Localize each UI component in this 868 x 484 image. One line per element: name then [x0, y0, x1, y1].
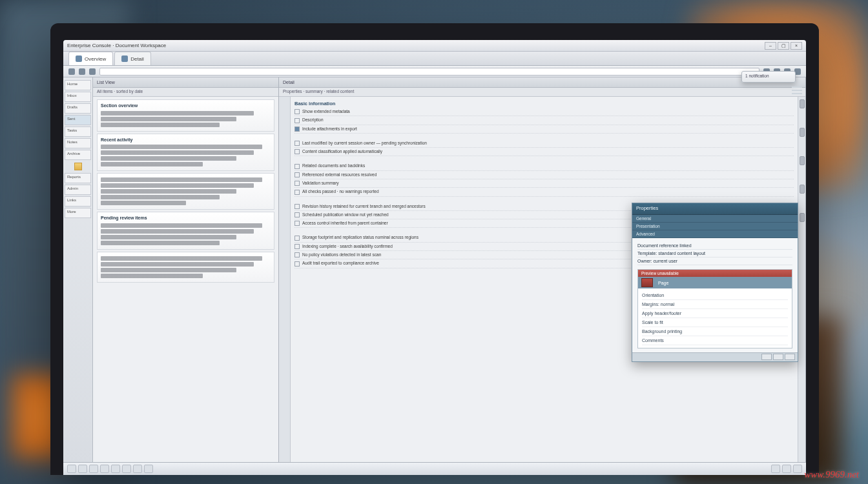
list-block[interactable] [97, 252, 274, 283]
detail-item[interactable]: Description [294, 116, 794, 125]
sidebar-item[interactable]: Reports [65, 173, 91, 183]
taskbar-start-button[interactable] [67, 465, 76, 473]
detail-item[interactable]: All checks passed · no warnings reported [294, 188, 794, 196]
forward-icon[interactable] [79, 68, 85, 75]
window-titlebar[interactable]: Enterprise Console · Document Workspace … [63, 40, 806, 52]
sidebar-item[interactable]: Notes [65, 138, 91, 148]
window-maximize-button[interactable]: ▢ [778, 42, 789, 50]
list-body[interactable]: Section overviewRecent activityPending r… [93, 97, 278, 475]
text-line [101, 195, 220, 199]
checkbox-icon[interactable] [294, 261, 300, 267]
panel-option[interactable]: Background printing [642, 327, 788, 336]
sidebar-item[interactable]: Home [65, 80, 91, 90]
watermark: www.9969.net [804, 469, 859, 480]
text-line [101, 268, 236, 272]
checkbox-icon[interactable] [294, 141, 300, 146]
panel-option[interactable]: Apply header/footer [642, 309, 788, 318]
panel-footer-button[interactable] [773, 354, 783, 360]
list-block[interactable]: Section overview [97, 99, 274, 132]
sidebar-item[interactable]: Links [65, 196, 91, 207]
checkbox-icon[interactable] [294, 212, 300, 217]
list-block[interactable]: Pending review items [97, 212, 274, 250]
panel-option[interactable]: Orientation [642, 291, 788, 300]
taskbar-app-button[interactable] [122, 465, 131, 473]
sidebar-item[interactable]: Drafts [65, 103, 91, 114]
panel-option[interactable]: Comments [642, 336, 788, 345]
refresh-icon[interactable] [89, 68, 96, 75]
list-block[interactable]: Recent activity [97, 134, 274, 172]
panel-inset-body: OrientationMargins: normalApply header/f… [638, 288, 792, 348]
detail-item[interactable]: Include attachments in export [294, 125, 794, 134]
checkbox-icon[interactable] [294, 149, 300, 154]
checkbox-icon[interactable] [294, 126, 300, 132]
checkbox-icon[interactable] [294, 172, 300, 177]
scroll-thumb[interactable] [800, 99, 805, 108]
text-line [101, 150, 254, 155]
taskbar-app-button[interactable] [78, 465, 87, 473]
window-minimize-button[interactable]: – [765, 42, 776, 50]
panel-subnav-item[interactable]: Advanced [632, 230, 798, 238]
taskbar-tray-button[interactable] [782, 465, 791, 473]
taskbar-app-button[interactable] [133, 465, 142, 473]
detail-item[interactable]: Content classification applied automatic… [294, 148, 794, 156]
address-field[interactable] [99, 68, 760, 76]
back-icon[interactable] [68, 68, 75, 75]
scroll-marker[interactable] [800, 156, 805, 165]
scroll-marker[interactable] [800, 185, 805, 194]
tab-label: Overview [85, 56, 106, 62]
checkbox-icon[interactable] [294, 181, 300, 186]
checkbox-icon[interactable] [294, 109, 300, 114]
folder-icon[interactable] [74, 163, 82, 170]
checkbox-icon[interactable] [294, 244, 300, 249]
window-close-button[interactable]: × [790, 42, 802, 50]
taskbar-tray-button[interactable] [771, 465, 780, 473]
panel-inset: Preview unavailable Page OrientationMarg… [637, 269, 792, 348]
checkbox-icon[interactable] [294, 252, 300, 257]
detail-item[interactable]: Referenced external resources resolved [294, 171, 794, 179]
panel-option[interactable]: Margins: normal [642, 300, 788, 309]
checkbox-icon[interactable] [294, 221, 300, 226]
sidebar-item[interactable]: More [65, 208, 91, 218]
desktop-screen: Enterprise Console · Document Workspace … [63, 40, 806, 475]
detail-item[interactable]: Related documents and backlinks [294, 162, 794, 170]
taskbar [63, 462, 806, 475]
text-line [101, 262, 254, 267]
sidebar-item[interactable]: Sent [65, 115, 91, 125]
scroll-marker[interactable] [800, 128, 805, 137]
scrollbar-vertical[interactable] [798, 97, 805, 475]
detail-item-text: Referenced external resources resolved [302, 172, 377, 177]
block-heading: Pending review items [101, 215, 271, 222]
taskbar-tray-button[interactable] [793, 465, 802, 473]
detail-item[interactable]: Last modified by current session owner —… [294, 139, 794, 148]
checkbox-icon[interactable] [294, 164, 300, 169]
taskbar-app-button[interactable] [111, 465, 120, 473]
detail-item[interactable]: Validation summary [294, 179, 794, 188]
scroll-marker[interactable] [800, 213, 805, 222]
list-block[interactable] [97, 173, 274, 210]
sidebar-item[interactable]: Admin [65, 185, 91, 195]
panel-subnav-item[interactable]: Presentation [632, 223, 798, 230]
tab-overview[interactable]: Overview [68, 52, 113, 65]
notification-chip[interactable]: 1 notification [741, 71, 796, 83]
panel-footer-button[interactable] [785, 354, 795, 360]
panel-option[interactable]: Scale to fit [642, 318, 788, 327]
panel-subnav-item[interactable]: General [632, 215, 798, 223]
taskbar-app-button[interactable] [89, 465, 98, 473]
checkbox-icon[interactable] [294, 118, 300, 123]
checkbox-icon[interactable] [294, 204, 300, 209]
panel-title[interactable]: Properties [632, 203, 798, 215]
checkbox-icon[interactable] [294, 190, 300, 195]
text-line [101, 123, 220, 127]
panel-inset-tab[interactable]: Page [638, 277, 792, 288]
sidebar-item[interactable]: Tasks [65, 126, 91, 137]
checkbox-icon[interactable] [294, 236, 300, 241]
taskbar-app-button[interactable] [144, 465, 153, 473]
taskbar-app-button[interactable] [100, 465, 109, 473]
detail-item[interactable]: Show extended metadata [294, 108, 794, 116]
sidebar-item[interactable]: Inbox [65, 92, 91, 102]
properties-panel[interactable]: Properties General Presentation Advanced… [632, 203, 798, 362]
panel-footer-button[interactable] [761, 354, 772, 360]
hamburger-icon[interactable] [792, 86, 802, 94]
tab-detail[interactable]: Detail [114, 52, 150, 65]
sidebar-item[interactable]: Archive [65, 150, 91, 160]
